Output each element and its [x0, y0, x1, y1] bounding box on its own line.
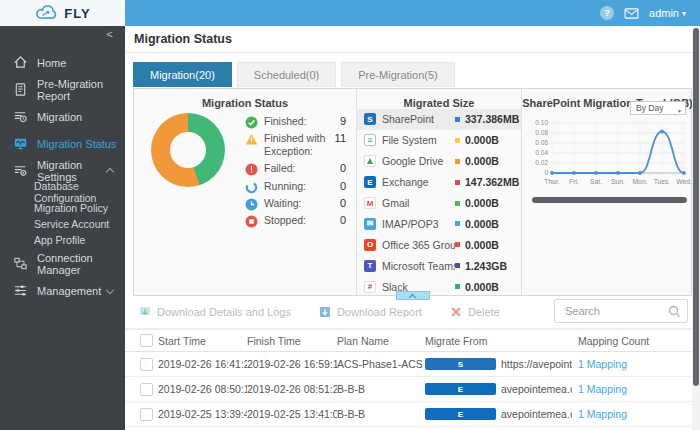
- sidebar-item-pre-migration-report[interactable]: Pre-Migration Report: [0, 76, 125, 103]
- trend-horizontal-scrollbar[interactable]: [532, 197, 687, 203]
- download-report-button[interactable]: Download Report: [319, 306, 422, 318]
- slack-icon: [364, 281, 376, 293]
- sidebar-item-migration[interactable]: Migration: [0, 103, 125, 130]
- row-checkbox[interactable]: [140, 408, 153, 421]
- trend-interval-select[interactable]: By Day: [630, 101, 686, 115]
- row-checkbox[interactable]: [140, 358, 153, 371]
- size-value: 0.000B: [465, 134, 499, 146]
- svg-text:Sun.: Sun.: [611, 178, 625, 185]
- stat-label: Running:: [264, 180, 336, 193]
- sharepoint-icon: [364, 113, 376, 125]
- sharepoint-icon: [425, 358, 496, 370]
- size-row-microsoft-teams[interactable]: Microsoft Teams 1.243GB: [357, 255, 521, 276]
- home-icon: [12, 55, 28, 71]
- size-value-group: 337.386MB: [455, 113, 517, 125]
- table-row[interactable]: 2019-02-25 13:39:41 2019-02-25 13:41:04 …: [125, 402, 692, 427]
- svg-text:0.02: 0.02: [535, 159, 548, 166]
- dashboard-panels: Migration Status Finished: 9 Finished wi…: [133, 88, 692, 296]
- svg-text:Sat.: Sat.: [590, 178, 602, 185]
- finished-check-icon: [245, 115, 258, 128]
- delete-x-icon: [450, 306, 462, 318]
- svg-text:0.10: 0.10: [535, 119, 548, 126]
- cell-plan-name: B-B-B: [337, 383, 425, 395]
- sidebar-subitem-migration-policy[interactable]: Migration Policy: [0, 200, 125, 216]
- legend-bullet: [455, 221, 460, 226]
- search-icon[interactable]: [668, 305, 681, 318]
- download-details-button[interactable]: Download Details and Logs: [139, 306, 291, 318]
- svg-text:Mon.: Mon.: [632, 178, 647, 185]
- cloud-logo-icon: [34, 4, 60, 22]
- chevron-down-icon: [106, 285, 114, 293]
- delete-label: Delete: [468, 306, 500, 318]
- svg-text:Tues.: Tues.: [654, 178, 671, 185]
- legend-bullet: [455, 159, 460, 164]
- migration-icon: [12, 109, 28, 125]
- sidebar-subitem-app-profile[interactable]: App Profile: [0, 232, 125, 248]
- migrate-from-text: avepointemea.onmicrosoft.com(coby.liang@…: [501, 383, 572, 395]
- gmail-icon: [364, 197, 376, 209]
- mapping-link[interactable]: 1 Mapping: [578, 383, 692, 395]
- cell-plan-name: B-B-B: [337, 408, 425, 420]
- sidebar-item-home[interactable]: Home: [0, 49, 125, 76]
- download-report-label: Download Report: [337, 306, 422, 318]
- size-row-slack[interactable]: Slack 0.000B: [357, 276, 521, 297]
- sidebar-subitem-label: Service Account: [34, 218, 109, 230]
- legend-bullet: [455, 242, 460, 247]
- delete-button[interactable]: Delete: [450, 306, 500, 318]
- size-row-gmail[interactable]: Gmail 0.000B: [357, 193, 521, 214]
- size-label: Office 365 Groups: [382, 239, 455, 251]
- cell-start-time: 2019-02-26 08:50:11: [158, 383, 247, 395]
- mail-icon[interactable]: [624, 8, 639, 19]
- sidebar-collapse-icon[interactable]: [0, 26, 125, 42]
- tab-migration[interactable]: Migration(20): [133, 62, 232, 87]
- sidebar-subitem-service-account[interactable]: Service Account: [0, 216, 125, 232]
- size-value: 0.000B: [465, 218, 499, 230]
- size-label: Exchange: [382, 176, 455, 188]
- size-row-office-365-groups[interactable]: Office 365 Groups 0.000B: [357, 234, 521, 255]
- waiting-clock-icon: [245, 197, 258, 210]
- table-row[interactable]: 2019-02-26 08:50:11 2019-02-26 08:51:25 …: [125, 377, 692, 402]
- sidebar-subitem-database-configuration[interactable]: Database Configuration: [0, 184, 125, 200]
- help-icon[interactable]: [600, 6, 614, 20]
- size-label: File System: [382, 134, 455, 146]
- stat-value: 0: [336, 162, 346, 174]
- size-label: SharePoint: [382, 113, 455, 125]
- table-row[interactable]: 2019-02-26 16:41:23 2019-02-26 16:59:16 …: [125, 352, 692, 377]
- tab-scheduled[interactable]: Scheduled(0): [237, 62, 336, 87]
- col-finish-time: Finish Time: [247, 335, 337, 347]
- row-checkbox[interactable]: [140, 383, 153, 396]
- page-scrollbar-thumb[interactable]: [693, 28, 699, 386]
- stat-label: Waiting:: [264, 197, 336, 210]
- sidebar-item-migration-settings[interactable]: Migration Settings: [0, 157, 125, 184]
- sidebar-subitem-label: App Profile: [34, 234, 85, 246]
- admin-menu[interactable]: admin: [649, 7, 686, 19]
- size-row-file-system[interactable]: File System 0.000B: [357, 130, 521, 151]
- sidebar-item-management[interactable]: Management: [0, 277, 125, 304]
- migrated-size-panel-title: Migrated Size: [357, 89, 521, 109]
- mapping-link[interactable]: 1 Mapping: [578, 358, 692, 370]
- cell-migrate-from: https://avepointemea.sharepoint.com/site…: [425, 358, 578, 370]
- page-scrollbar: [692, 26, 700, 430]
- migration-table: Start Time Finish Time Plan Name Migrate…: [125, 328, 692, 430]
- stat-label: Stopped:: [264, 214, 336, 227]
- migration-status-panel-title: Migration Status: [134, 89, 356, 109]
- sidebar-item-label: Migration: [37, 111, 82, 123]
- stat-finished: Finished: 9: [245, 115, 346, 128]
- tab-pre-migration[interactable]: Pre-Migration(5): [341, 62, 454, 87]
- size-row-sharepoint[interactable]: SharePoint 337.386MB: [357, 109, 521, 130]
- size-row-exchange[interactable]: Exchange 147.362MB: [357, 172, 521, 193]
- tab-bar: Migration(20) Scheduled(0) Pre-Migration…: [133, 62, 455, 87]
- size-row-imap-pop3[interactable]: IMAP/POP3 0.000B: [357, 213, 521, 234]
- sidebar-item-connection-manager[interactable]: Connection Manager: [0, 250, 125, 277]
- cell-start-time: 2019-02-25 13:39:41: [158, 408, 247, 420]
- stat-running: Running: 0: [245, 180, 346, 193]
- sidebar-item-label: Migration Status: [37, 138, 116, 150]
- select-all-checkbox[interactable]: [140, 334, 153, 347]
- size-row-google-drive[interactable]: Google Drive 0.000B: [357, 151, 521, 172]
- sidebar-item-migration-status[interactable]: Migration Status: [0, 130, 125, 157]
- download-details-icon: [139, 306, 151, 318]
- mapping-link[interactable]: 1 Mapping: [578, 408, 692, 420]
- migration-status-panel: Migration Status Finished: 9 Finished wi…: [134, 89, 356, 295]
- settings-icon: [12, 163, 28, 179]
- size-value: 1.243GB: [465, 260, 507, 272]
